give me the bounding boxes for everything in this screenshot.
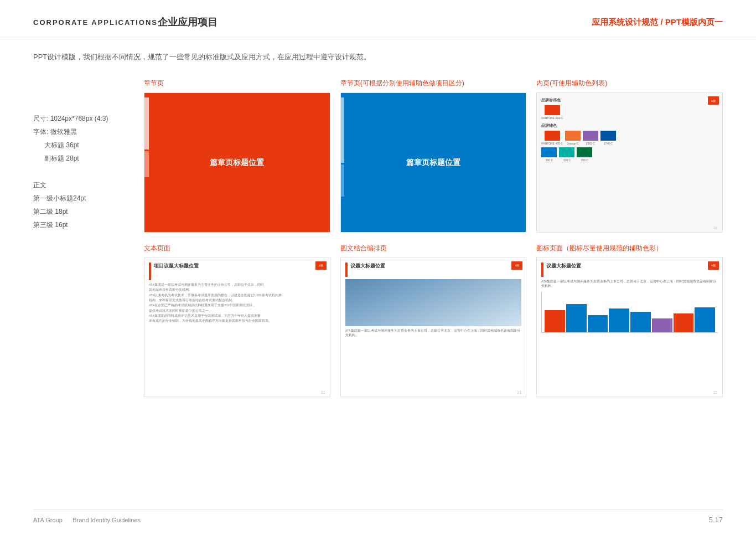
footer: ATA Group Brand Identity Guidelines 5.17: [33, 510, 723, 524]
bar-2: [566, 304, 587, 333]
bar-chart: 40 30 20 10 0: [541, 291, 718, 333]
footer-guideline: Brand Identity Guidelines: [73, 517, 141, 523]
bar-5: [630, 312, 651, 332]
bar-6: [652, 318, 672, 333]
chapter-slide-1-wrapper: 章节页 篇章页标题位置: [144, 79, 330, 233]
chart-bar: [541, 263, 543, 277]
swatch-teal-text: 328 C: [563, 158, 571, 162]
palette-slide-wrapper: 内页(可使用辅助色列表) a圖 品牌标准色 PANTONE Red C 品牌辅色: [536, 79, 723, 233]
aux-colors-row-2: 300 C 328 C 356 C: [541, 147, 718, 162]
chart-title: 议题大标题位置: [546, 263, 581, 270]
swatch-red: PANTONE Red C: [541, 105, 563, 120]
left-bars-1: [144, 93, 149, 232]
chapter-2-label: 章节页(可根据分别使用辅助色做项目区分): [340, 79, 527, 88]
main-content: PPT设计模版，我们根据不同情况，规范了一些常见的标准版式及应用方式，在应用过程…: [0, 39, 756, 397]
spec-size: 尺寸: 1024px*768px (4:3): [33, 112, 144, 125]
img-text-slide: a圖 议题大标题位置 ATA集团是一家以考试与测评服务为主营业务的上市公司，总部…: [340, 258, 527, 398]
swatch-teal-box: [559, 147, 574, 157]
chart-slide-wrapper: 图标页面（图标尽量使用规范的辅助色彩） a圖 议题大标题位置 ATA集团是一家以…: [536, 244, 723, 398]
spec-h2: 第二级 18pt: [33, 205, 144, 218]
swatch-orange-box: [545, 131, 560, 141]
spec-font: 字体: 微软雅黑: [33, 125, 144, 138]
swatch-green: 356 C: [577, 147, 592, 162]
swatch-purple-text: 2583 C: [586, 142, 595, 145]
bar-4: [609, 308, 629, 332]
swatch-blue: 300 C: [541, 147, 557, 162]
swatch-darkblue: 2748 C: [600, 131, 616, 145]
img-text-slide-wrapper: 图文结合编排页 a圖 议题大标题位置 ATA集团是一家以考试与测评服务为主营业务…: [340, 244, 527, 398]
footer-page: 5.17: [709, 516, 723, 524]
chart-header: 议题大标题位置: [541, 263, 718, 277]
chart-body: ATA集团是一家以考试与测评服务为主营业务的上市公司，总部位于北京，运营中心在上…: [541, 279, 718, 289]
it-body: ATA集团是一家以考试与测评服务为主营业务的上市公司，总部位于北京，运营中心在上…: [341, 328, 526, 340]
spec-subtitle-size: 副标题 28pt: [33, 152, 144, 165]
spec-h1: 第一级小标题24pt: [33, 192, 144, 205]
text-slide-body: ATA集团是一家以考试与测评服务为主营业务的上市公司，总部位于北京，同时 其他城…: [149, 282, 325, 324]
chapter-slide-2-wrapper: 章节页(可根据分别使用辅助色做项目区分) 篇章页标题位置: [340, 79, 527, 233]
chapter-2-title: 篇章页标题位置: [406, 158, 460, 168]
text-slide-header: 项目议题大标题位置: [149, 263, 325, 280]
footer-company: ATA Group: [33, 517, 63, 523]
sidebar: 尺寸: 1024px*768px (4:3) 字体: 微软雅黑 大标题 36pt…: [33, 79, 144, 397]
bar-7: [674, 313, 694, 332]
spec-h3: 第三级 16pt: [33, 218, 144, 232]
swatch-red-box: [545, 105, 560, 115]
chapter-1-title: 篇章页标题位置: [210, 158, 264, 168]
chapter-slide-1: 篇章页标题位置: [144, 92, 330, 232]
logo-badge-2: a圖: [315, 261, 327, 270]
swatch-purple: 2583 C: [583, 131, 598, 145]
it-header: 议题大标题位置: [341, 258, 526, 279]
swatch-teal: 328 C: [559, 147, 574, 162]
it-image: [345, 279, 522, 326]
content-area: 尺寸: 1024px*768px (4:3) 字体: 微软雅黑 大标题 36pt…: [33, 79, 723, 397]
swatch-green-text: 356 C: [581, 158, 588, 162]
swatch-red-text: PANTONE Red C: [541, 116, 563, 120]
swatch-darkblue-text: 2748 C: [604, 142, 613, 145]
logo-badge-3: a圖: [511, 261, 522, 270]
inner-page-label: 内页(可使用辅助色列表): [536, 79, 723, 88]
page-subtitle: 应用系统设计规范 / PPT模版内页一: [592, 17, 723, 28]
bar-2: [144, 151, 149, 177]
bar-8: [695, 307, 715, 333]
text-slide-wrapper: 文本页面 a圖 项目议题大标题位置 ATA集团是一家以考试与测评服务为主营业务的…: [144, 244, 330, 398]
bar-1: [545, 310, 565, 333]
logo-badge-1: a圖: [708, 96, 719, 105]
spec-title-size: 大标题 36pt: [33, 138, 144, 152]
logo-badge-4: a圖: [708, 261, 719, 270]
text-slide-page-num: 21: [321, 390, 325, 394]
brand-label: CORPORATE APPLICATIONS: [33, 18, 158, 27]
swatch-orange: PANTONE 485 C: [541, 131, 562, 145]
bar-b2: [341, 164, 344, 197]
bar-3: [588, 315, 608, 332]
spec-list: 尺寸: 1024px*768px (4:3) 字体: 微软雅黑 大标题 36pt…: [33, 112, 144, 232]
text-slide: a圖 项目议题大标题位置 ATA集团是一家以考试与测评服务为主营业务的上市公司，…: [144, 258, 330, 397]
swatch-orange2-box: [565, 131, 581, 141]
swatch-blue-box: [541, 147, 557, 157]
aux-colors-row-1: PANTONE 485 C Orange C 2583 C 2748: [541, 131, 718, 145]
aux-color-label: 品牌辅色: [541, 123, 718, 128]
it-title: 议题大标题位置: [350, 263, 385, 270]
slides-grid: 章节页 篇章页标题位置 章节页(可根据分别使用辅助色做项目区分): [144, 79, 723, 397]
spec-body: 正文: [33, 178, 144, 192]
intro-paragraph: PPT设计模版，我们根据不同情况，规范了一些常见的标准版式及应用方式，在应用过程…: [33, 50, 723, 63]
header: CORPORATE APPLICATIONS 企业应用项目 应用系统设计规范 /…: [0, 0, 756, 39]
palette-page-num: 01: [713, 226, 718, 230]
swatch-orange2: Orange C: [565, 131, 581, 145]
brand-color-label: 品牌标准色: [541, 97, 718, 103]
text-slide-bar: [149, 263, 151, 280]
it-bar: [345, 263, 348, 277]
left-bars-2: [341, 93, 344, 232]
text-slide-title: 项目议题大标题位置: [154, 263, 199, 270]
img-text-section-label: 图文结合编排页: [340, 244, 527, 253]
swatch-purple-box: [583, 131, 598, 141]
swatch-green-box: [577, 147, 592, 157]
swatch-orange-text: PANTONE 485 C: [541, 142, 562, 145]
text-section-label: 文本页面: [144, 244, 330, 253]
bar-b1: [341, 97, 344, 162]
chart-section-label: 图标页面（图标尽量使用规范的辅助色彩）: [536, 244, 723, 253]
chapter-1-label: 章节页: [144, 79, 330, 88]
page-title: 企业应用项目: [158, 16, 592, 29]
chart-page-num: 21: [713, 390, 718, 394]
it-image-bg: [345, 279, 522, 326]
palette-slide: a圖 品牌标准色 PANTONE Red C 品牌辅色 PANTONE 485 …: [536, 92, 723, 232]
